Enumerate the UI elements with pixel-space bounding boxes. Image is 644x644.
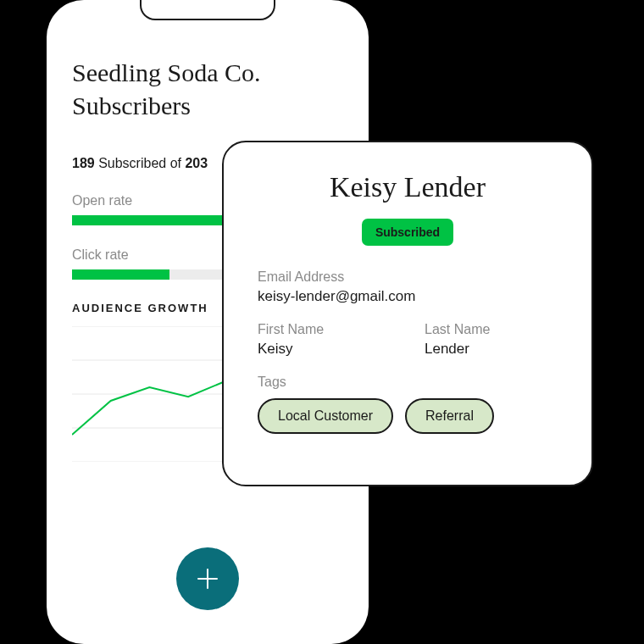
contact-name: Keisy Lender — [258, 171, 558, 203]
status-badge: Subscribed — [362, 219, 453, 246]
page-title-line1: Seedling Soda Co. — [72, 58, 261, 86]
tag-local-customer[interactable]: Local Customer — [258, 398, 393, 434]
tags-field: Tags Local Customer Referral — [258, 375, 558, 434]
email-value: keisy-lender@gmail.com — [258, 288, 558, 305]
tag-referral[interactable]: Referral — [405, 398, 494, 434]
tags-row: Local Customer Referral — [258, 398, 558, 434]
total-count: 203 — [185, 156, 208, 170]
subscribed-label: Subscribed of — [95, 156, 186, 170]
plus-icon — [196, 567, 219, 591]
badge-wrap: Subscribed — [258, 219, 558, 246]
name-fields: First Name Keisy Last Name Lender — [258, 322, 558, 358]
first-name-field: First Name Keisy — [258, 322, 391, 358]
last-name-label: Last Name — [425, 322, 558, 337]
contact-detail-card: Keisy Lender Subscribed Email Address ke… — [222, 141, 593, 486]
phone-notch — [140, 0, 275, 20]
first-name-value: Keisy — [258, 341, 391, 358]
subscribed-count: 189 — [72, 156, 95, 170]
last-name-value: Lender — [425, 341, 558, 358]
email-field: Email Address keisy-lender@gmail.com — [258, 269, 558, 305]
first-name-label: First Name — [258, 322, 391, 337]
tags-label: Tags — [258, 375, 558, 390]
page-title: Seedling Soda Co. Subscribers — [72, 56, 343, 122]
last-name-field: Last Name Lender — [425, 322, 558, 358]
click-rate-fill — [72, 269, 169, 280]
email-label: Email Address — [258, 269, 558, 285]
add-button[interactable] — [176, 547, 239, 610]
page-title-line2: Subscribers — [72, 92, 191, 119]
